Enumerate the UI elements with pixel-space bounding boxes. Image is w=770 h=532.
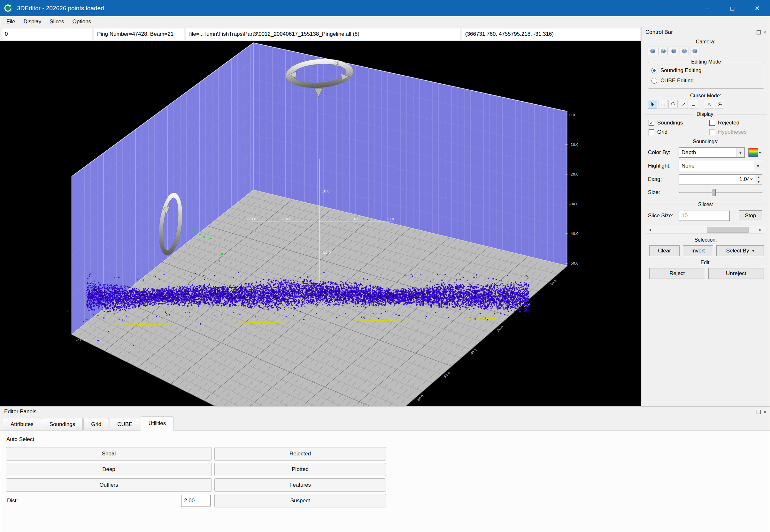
- undock-panel-icon[interactable]: [757, 30, 761, 34]
- display-options: Soundings Rejected Grid Hypotheses: [642, 118, 770, 136]
- radio-cube-editing[interactable]: CUBE Editing: [652, 76, 761, 86]
- cursor-arrow-button[interactable]: [648, 100, 657, 109]
- titlebar: 3DEditor - 202626 points loaded – □ ✕: [0, 0, 770, 16]
- 3d-viewport[interactable]: -20.0-10.010.020.010.0-10.00.0-10.0-20.0…: [0, 41, 641, 406]
- clear-button[interactable]: Clear: [649, 245, 680, 256]
- outliers-button[interactable]: Outliers: [6, 478, 212, 492]
- tab-attributes[interactable]: Attributes: [3, 418, 41, 430]
- svg-text:10.0: 10.0: [322, 189, 330, 193]
- cube-icon: [661, 49, 666, 54]
- stop-button[interactable]: Stop: [739, 210, 762, 221]
- point-cloud-scene[interactable]: -20.0-10.010.020.010.0-10.00.0-10.0-20.0…: [0, 41, 641, 406]
- radio-sounding-editing[interactable]: Sounding Editing: [652, 65, 761, 76]
- corner-tool-button[interactable]: [689, 100, 698, 109]
- select-by-button[interactable]: Select By ▾: [716, 245, 764, 256]
- exag-spinner[interactable]: 1.04× ▲ ▼: [679, 174, 762, 184]
- camera-view-button-5[interactable]: [690, 47, 699, 55]
- menu-slices[interactable]: Slices: [45, 16, 68, 27]
- highlighted-sounding: [193, 230, 195, 232]
- svg-text:-50.0: -50.0: [569, 261, 578, 266]
- slices-scrollbar[interactable]: ◄ ►: [646, 226, 764, 234]
- menu-options[interactable]: Options: [68, 16, 95, 27]
- svg-text:0.0: 0.0: [569, 113, 575, 117]
- control-bar-panel: Control Bar × Camera:: [641, 27, 770, 406]
- camera-view-button-1[interactable]: [648, 47, 657, 55]
- colormap-button[interactable]: ▾: [748, 148, 762, 157]
- tab-grid[interactable]: Grid: [83, 418, 109, 430]
- highlight-select[interactable]: None ▼: [679, 161, 762, 171]
- slider-thumb[interactable]: [712, 189, 716, 196]
- spinner-down-icon[interactable]: ▼: [755, 179, 762, 184]
- pick-point-button[interactable]: [705, 100, 714, 109]
- hypotheses-checkbox: Hypotheses: [709, 129, 770, 135]
- features-button[interactable]: Features: [215, 478, 386, 492]
- colormap-gradient-icon: [749, 148, 758, 157]
- shoal-button[interactable]: Shoal: [6, 447, 212, 461]
- cube-icon: [671, 49, 677, 54]
- unreject-button[interactable]: Unreject: [708, 268, 764, 279]
- ping-beam-field: Ping Number=47428, Beam=21: [94, 28, 184, 40]
- rectangle-select-button[interactable]: [658, 100, 668, 109]
- camera-view-button-4[interactable]: [680, 47, 689, 55]
- tab-soundings[interactable]: Soundings: [42, 418, 83, 430]
- cube-icon: [650, 49, 656, 54]
- pick-area-button[interactable]: [715, 100, 724, 109]
- dist-input[interactable]: [181, 495, 211, 506]
- checkbox-icon: [649, 120, 654, 126]
- lasso-select-button[interactable]: [668, 100, 678, 109]
- color-by-select[interactable]: Depth ▼: [679, 147, 745, 158]
- svg-text:-27.0: -27.0: [76, 338, 85, 342]
- svg-text:-20.0: -20.0: [247, 217, 256, 221]
- edit-label: Edit:: [644, 260, 767, 266]
- soundings-checkbox[interactable]: Soundings: [649, 120, 709, 126]
- svg-text:-10.0: -10.0: [569, 143, 578, 147]
- close-button[interactable]: ✕: [745, 0, 770, 16]
- pick-area-icon: [717, 102, 722, 107]
- file-path-field: file=... lumn\FishTraps\Part3\0012_20040…: [186, 28, 460, 40]
- camera-view-button-3[interactable]: [669, 47, 678, 55]
- slice-size-input[interactable]: [679, 211, 730, 221]
- auto-select-label: Auto Select: [6, 436, 770, 443]
- chevron-down-icon: ▼: [754, 161, 762, 171]
- size-slider[interactable]: [679, 188, 762, 197]
- deep-button[interactable]: Deep: [6, 463, 212, 476]
- highlighted-sounding: [222, 253, 223, 255]
- soundings-label: Soundings:: [644, 139, 767, 145]
- utilities-tab-content: Auto Select Shoal Rejected Deep Plotted …: [0, 430, 770, 532]
- tab-cube[interactable]: CUBE: [109, 418, 140, 430]
- rejected-checkbox[interactable]: Rejected: [709, 120, 770, 126]
- reject-button[interactable]: Reject: [649, 268, 705, 279]
- menu-file[interactable]: File: [2, 16, 19, 27]
- plotted-button[interactable]: Plotted: [215, 463, 386, 476]
- close-panel-icon[interactable]: ×: [763, 30, 766, 34]
- color-by-label: Color By:: [648, 149, 676, 156]
- camera-view-button-2[interactable]: [659, 47, 668, 55]
- scroll-track[interactable]: [653, 226, 757, 233]
- menubar: File Display Slices Options: [0, 16, 770, 27]
- exag-label: Exag:: [648, 176, 676, 183]
- highlighted-sounding: [204, 236, 205, 238]
- tab-utilities[interactable]: Utilities: [141, 416, 174, 431]
- suspect-button[interactable]: Suspect: [215, 494, 386, 507]
- app-window: 3DEditor - 202626 points loaded – □ ✕ Fi…: [0, 0, 770, 532]
- scroll-right-icon[interactable]: ►: [757, 228, 764, 232]
- menu-display[interactable]: Display: [19, 16, 45, 27]
- display-label: Display:: [644, 111, 767, 117]
- svg-text:-20.0: -20.0: [569, 172, 578, 176]
- size-label: Size:: [648, 189, 676, 196]
- maximize-button[interactable]: □: [720, 0, 745, 16]
- spinner-up-icon[interactable]: ▲: [755, 175, 762, 179]
- scroll-left-icon[interactable]: ◄: [646, 228, 653, 232]
- svg-text:-30.0: -30.0: [569, 202, 578, 206]
- close-panel-icon[interactable]: ×: [763, 410, 766, 414]
- undock-panel-icon[interactable]: [757, 410, 761, 414]
- minimize-button[interactable]: –: [695, 0, 720, 16]
- scroll-thumb[interactable]: [707, 227, 749, 233]
- invert-button[interactable]: Invert: [683, 245, 713, 256]
- rejected-button[interactable]: Rejected: [215, 447, 386, 461]
- rectangle-select-icon: [661, 102, 666, 107]
- checkbox-icon: [709, 129, 715, 135]
- grid-checkbox[interactable]: Grid: [649, 129, 709, 135]
- line-tool-button[interactable]: [679, 100, 688, 109]
- chevron-down-icon: ▼: [736, 148, 744, 157]
